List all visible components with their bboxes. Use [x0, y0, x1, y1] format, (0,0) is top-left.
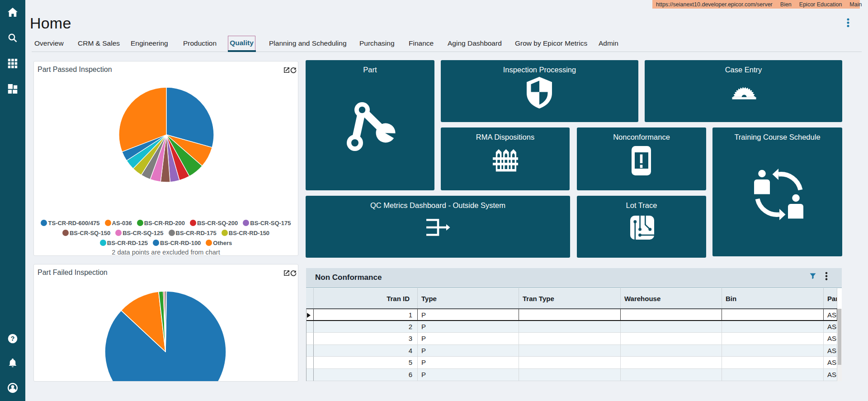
- svg-text:?: ?: [11, 335, 15, 342]
